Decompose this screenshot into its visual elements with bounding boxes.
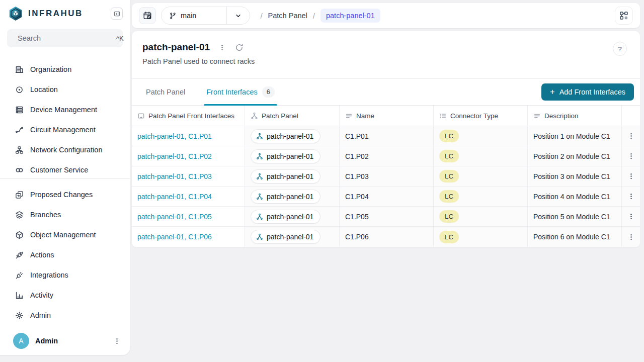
column-header-name[interactable]: Name: [340, 106, 434, 126]
refresh-icon[interactable]: [234, 42, 244, 52]
column-header-connector-type[interactable]: Connector Type: [434, 106, 528, 126]
relationship-icon: [256, 233, 263, 240]
card-icon: [137, 112, 145, 120]
proposed-changes-icon: [15, 191, 24, 199]
table-row: patch-panel-01, C1.P03 patch-panel-01 C1…: [132, 166, 640, 187]
column-header-actions: [622, 106, 640, 126]
patch-panel-chip[interactable]: patch-panel-01: [251, 149, 320, 163]
table-header-row: Patch Panel Front Interfaces Patch Panel…: [132, 106, 640, 126]
patch-panel-chip[interactable]: patch-panel-01: [251, 129, 320, 143]
branch-dropdown-toggle[interactable]: [226, 7, 250, 24]
connector-type-badge: LC: [439, 231, 459, 243]
bar-chart-icon: [15, 291, 24, 300]
column-header-front-interfaces[interactable]: Patch Panel Front Interfaces: [132, 106, 245, 126]
name-cell: C1.P02: [345, 152, 369, 160]
sidebar-item-network-configuration[interactable]: Network Configuration: [0, 140, 130, 160]
sidebar-item-activity[interactable]: Activity: [0, 285, 130, 305]
schema-nodes-button[interactable]: [615, 7, 633, 25]
front-interface-link[interactable]: patch-panel-01, C1.P02: [137, 152, 212, 160]
sidebar-item-integrations[interactable]: Integrations: [0, 265, 130, 285]
calendar-clock-icon: [143, 11, 152, 20]
front-interfaces-table: Patch Panel Front Interfaces Patch Panel…: [132, 106, 640, 247]
row-kebab-icon[interactable]: [626, 192, 636, 202]
search-box[interactable]: ^K: [7, 29, 123, 47]
row-kebab-icon[interactable]: [626, 151, 636, 161]
sidebar-item-actions[interactable]: Actions: [0, 245, 130, 265]
name-cell: C1.P03: [345, 172, 369, 180]
sidebar-item-branches[interactable]: Branches: [0, 205, 130, 225]
add-front-interfaces-button[interactable]: + Add Front Interfaces: [541, 83, 634, 101]
search-input[interactable]: [18, 34, 112, 42]
sidebar-item-circuit-management[interactable]: Circuit Management: [0, 120, 130, 140]
column-header-patch-panel[interactable]: Patch Panel: [245, 106, 340, 126]
server-icon: [15, 106, 24, 114]
help-button[interactable]: ?: [613, 42, 627, 56]
sidebar-item-object-management[interactable]: Object Management: [0, 225, 130, 245]
breadcrumb-separator: /: [260, 12, 262, 20]
location-icon: [15, 85, 24, 94]
circuit-icon: [15, 126, 24, 134]
table-row: patch-panel-01, C1.P04 patch-panel-01 C1…: [132, 187, 640, 207]
breadcrumb-parent[interactable]: Patch Panel: [268, 12, 307, 20]
sidebar-item-device-management[interactable]: Device Management: [0, 100, 130, 120]
sidebar-item-admin[interactable]: Admin: [0, 305, 130, 325]
nodes-icon: [619, 11, 628, 20]
relationship-icon: [251, 112, 258, 120]
logo-row: INFRAHUB: [0, 0, 130, 25]
patch-panel-chip[interactable]: patch-panel-01: [251, 190, 320, 204]
plus-icon: +: [550, 88, 554, 96]
sidebar-item-location[interactable]: Location: [0, 79, 130, 100]
user-row: A Admin: [0, 327, 130, 355]
building-icon: [15, 65, 24, 74]
name-cell: C1.P01: [345, 132, 369, 140]
tab-count-badge: 6: [262, 86, 275, 98]
row-kebab-icon[interactable]: [626, 232, 636, 242]
app-logo-text: INFRAHUB: [28, 9, 106, 19]
text-icon: [345, 112, 353, 120]
sidebar-menu-primary: Organization Location Device Management …: [0, 59, 130, 178]
plug-icon: [15, 271, 24, 280]
user-name: Admin: [35, 337, 106, 345]
patch-panel-chip[interactable]: patch-panel-01: [251, 210, 320, 224]
tab-patch-panel[interactable]: Patch Panel: [146, 79, 185, 105]
sidebar-item-organization[interactable]: Organization: [0, 59, 130, 79]
name-cell: C1.P04: [345, 193, 369, 201]
row-kebab-icon[interactable]: [626, 171, 636, 182]
relationship-icon: [256, 153, 263, 160]
text-icon: [533, 112, 541, 120]
sidebar-item-proposed-changes[interactable]: Proposed Changes: [0, 185, 130, 205]
patch-panel-chip[interactable]: patch-panel-01: [251, 230, 320, 244]
gear-icon: [15, 311, 24, 320]
breadcrumb-separator: /: [313, 12, 315, 20]
relationship-icon: [256, 193, 263, 200]
date-picker-button[interactable]: [139, 7, 156, 24]
front-interface-link[interactable]: patch-panel-01, C1.P01: [137, 132, 212, 140]
front-interface-link[interactable]: patch-panel-01, C1.P06: [137, 233, 212, 241]
name-cell: C1.P05: [345, 213, 369, 221]
patch-panel-chip[interactable]: patch-panel-01: [251, 169, 320, 184]
tabs-bar: Patch Panel Front Interfaces 6 + Add Fro…: [132, 79, 640, 106]
relationship-icon: [256, 133, 263, 140]
row-kebab-icon[interactable]: [626, 131, 636, 141]
chevron-down-icon: [234, 12, 242, 20]
table-row: patch-panel-01, C1.P05 patch-panel-01 C1…: [132, 207, 640, 227]
sidebar-collapse-icon[interactable]: [111, 8, 123, 20]
page-title: patch-panel-01: [142, 42, 210, 53]
front-interface-link[interactable]: patch-panel-01, C1.P03: [137, 172, 212, 180]
description-cell: Position 2 on Module C1: [533, 152, 610, 160]
breadcrumb-current[interactable]: patch-panel-01: [320, 9, 380, 23]
branch-current[interactable]: main: [162, 7, 226, 24]
network-icon: [15, 146, 24, 154]
title-kebab-icon[interactable]: [217, 42, 227, 52]
page-description: Patch Panel used to connect racks: [142, 57, 628, 65]
front-interface-link[interactable]: patch-panel-01, C1.P04: [137, 193, 212, 201]
customer-service-icon: [15, 166, 24, 174]
user-menu-kebab-icon[interactable]: [112, 336, 122, 346]
front-interface-link[interactable]: patch-panel-01, C1.P05: [137, 213, 212, 221]
column-header-description[interactable]: Description: [528, 106, 622, 126]
sidebar-item-customer-service[interactable]: Customer Service: [0, 160, 130, 178]
connector-type-badge: LC: [439, 190, 459, 203]
infrahub-logo-icon: [8, 6, 23, 21]
tab-front-interfaces[interactable]: Front Interfaces 6: [206, 79, 275, 105]
row-kebab-icon[interactable]: [626, 212, 636, 222]
